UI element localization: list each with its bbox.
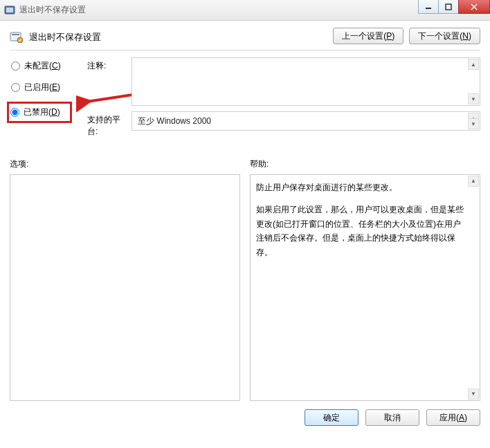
nc-prefix: 未配置(	[24, 61, 52, 71]
maximize-button[interactable]	[438, 0, 459, 14]
platform-value: 至少 Windows 2000	[138, 115, 211, 127]
prev-setting-button[interactable]: 上一个设置(P)	[333, 28, 403, 44]
minimize-button[interactable]	[418, 0, 439, 14]
dis-key: D	[51, 107, 57, 117]
policy-icon	[10, 30, 24, 44]
nc-suffix: )	[58, 61, 61, 71]
titlebar: 退出时不保存设置	[0, 0, 490, 21]
prev-key: P	[386, 31, 392, 41]
radio-not-configured[interactable]: 未配置(C)	[10, 59, 84, 73]
prev-prefix: 上一个设置(	[342, 30, 386, 42]
comment-textarea[interactable]: ▲ ▼	[131, 57, 480, 106]
help-panel: 防止用户保存对桌面进行的某些更改。 如果启用了此设置，那么，用户可以更改桌面，但…	[250, 174, 480, 401]
radio-disabled[interactable]: 已禁用(D)	[10, 106, 66, 118]
dis-suffix: )	[57, 107, 60, 117]
en-key: E	[52, 82, 57, 92]
scroll-down-icon[interactable]: ▼	[468, 118, 479, 129]
apply-key: A	[459, 413, 464, 422]
scroll-down-icon[interactable]: ▼	[468, 389, 479, 400]
radio-enabled[interactable]: 已启用(E)	[10, 80, 84, 95]
apply-suffix: )	[464, 413, 467, 422]
app-icon	[4, 5, 15, 16]
help-paragraph-2: 如果启用了此设置，那么，用户可以更改桌面，但是某些更改(如已打开窗口的位置、任务…	[256, 203, 464, 259]
platform-label: 支持的平台:	[87, 111, 129, 138]
svg-rect-3	[446, 4, 451, 10]
en-suffix: )	[57, 82, 60, 92]
cancel-button[interactable]: 取消	[365, 409, 419, 426]
ok-button[interactable]: 确定	[305, 409, 359, 426]
next-key: N	[462, 31, 469, 41]
svg-rect-7	[12, 34, 19, 35]
next-suffix: )	[469, 31, 471, 41]
prev-suffix: )	[392, 31, 394, 41]
radio-enabled-input[interactable]	[11, 83, 20, 92]
next-setting-button[interactable]: 下一个设置(N)	[409, 28, 480, 44]
help-label: 帮助:	[250, 158, 480, 170]
radio-not-configured-input[interactable]	[11, 62, 20, 71]
highlight-box: 已禁用(D)	[7, 102, 72, 123]
dis-prefix: 已禁用(	[24, 107, 51, 117]
platform-value-box: 至少 Windows 2000 ▲ ▼	[131, 111, 480, 131]
window-controls	[419, 0, 490, 14]
ok-label: 确定	[323, 412, 340, 424]
en-prefix: 已启用(	[24, 82, 52, 92]
window-title: 退出时不保存设置	[19, 4, 86, 16]
nc-key: C	[52, 61, 58, 71]
comment-label: 注释:	[87, 57, 129, 72]
options-panel	[10, 174, 240, 401]
state-radio-group: 未配置(C) 已启用(E) 已禁用(D)	[10, 57, 84, 123]
radio-disabled-input[interactable]	[10, 108, 19, 117]
next-prefix: 下一个设置(	[418, 30, 462, 42]
cancel-label: 取消	[384, 412, 401, 424]
apply-button[interactable]: 应用(A)	[426, 409, 480, 426]
scroll-down-icon[interactable]: ▼	[468, 93, 479, 104]
scroll-up-icon[interactable]: ▲	[468, 59, 479, 70]
dialog-footer: 确定 取消 应用(A)	[0, 401, 490, 434]
options-label: 选项:	[10, 158, 240, 170]
close-button[interactable]	[458, 0, 490, 14]
divider	[10, 50, 480, 50]
help-paragraph-1: 防止用户保存对桌面进行的某些更改。	[256, 180, 464, 194]
scroll-up-icon[interactable]: ▲	[468, 176, 479, 187]
apply-prefix: 应用(	[439, 412, 459, 424]
svg-rect-1	[6, 8, 13, 12]
page-title: 退出时不保存设置	[29, 31, 101, 44]
